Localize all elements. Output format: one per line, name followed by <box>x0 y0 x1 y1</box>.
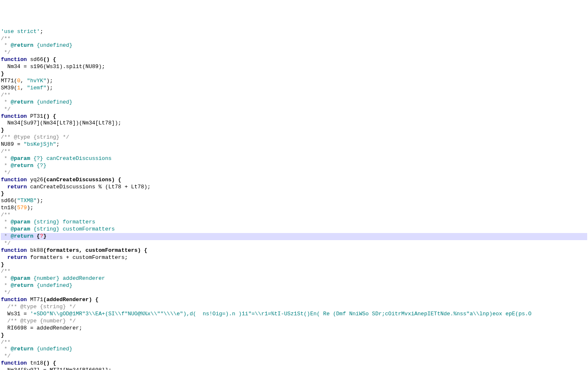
code-token: function <box>1 360 27 366</box>
code-line[interactable]: sd66("TXMB"); <box>1 198 587 205</box>
code-token: {?} <box>33 162 46 169</box>
code-token: canCreateDiscussions <box>43 155 111 162</box>
code-token: sd66 <box>27 56 43 63</box>
code-line[interactable]: /** <box>1 268 587 275</box>
code-line[interactable]: function yq26(canCreateDiscussions) { <box>1 177 587 184</box>
code-line[interactable]: /** @type {string} */ <box>1 134 587 141</box>
code-token: */ <box>1 240 10 246</box>
code-token: MT71 <box>27 297 43 303</box>
code-token: function <box>1 177 27 183</box>
code-token: '+SDO"N\\gOD@1MR"3\\EA+(SI\\f"NUO@%%x\\"… <box>30 311 531 317</box>
code-line[interactable]: } <box>1 261 587 269</box>
code-token: } <box>43 233 46 239</box>
code-line[interactable]: */ <box>1 170 587 177</box>
code-line[interactable]: Nm34 = s196(Ws31).split(NU89); <box>1 63 587 71</box>
code-line[interactable]: return canCreateDiscussions % (Lt78 + Lt… <box>1 184 587 191</box>
code-line[interactable]: } <box>1 332 587 339</box>
code-token: function <box>1 56 27 63</box>
code-line[interactable]: /** <box>1 92 587 99</box>
code-token: * <box>1 42 10 48</box>
code-line[interactable]: /** @type {string} */ <box>1 304 587 311</box>
code-line[interactable]: /** @type {number} */ <box>1 318 587 325</box>
code-line[interactable]: } <box>1 127 587 134</box>
code-token: "bsKejSjh" <box>24 141 56 147</box>
code-token <box>1 318 8 324</box>
code-token: ); <box>46 85 53 91</box>
code-token: @param <box>10 275 30 281</box>
code-line[interactable]: /** <box>1 212 587 219</box>
code-line[interactable]: function sd66() { <box>1 56 587 63</box>
code-line[interactable]: * @param {string} customFormatters <box>1 226 587 233</box>
code-line[interactable]: 'use strict'; <box>1 28 587 35</box>
code-token: /** <box>1 35 10 42</box>
code-token: 0 <box>17 78 20 84</box>
code-token <box>1 184 8 190</box>
code-line[interactable]: /** <box>1 35 587 43</box>
code-token: * <box>1 282 10 289</box>
code-line[interactable]: * @param {?} canCreateDiscussions <box>1 155 587 162</box>
code-token: Nm34[Su97] = MT71[Nm34[RI6698]]; <box>1 367 111 370</box>
code-line[interactable]: function MT71(addedRenderer) { <box>1 297 587 304</box>
code-line[interactable]: /** <box>1 148 587 155</box>
code-token: /** @type {string} */ <box>8 304 76 310</box>
code-token: { <box>33 233 40 239</box>
code-line[interactable]: */ <box>1 49 587 56</box>
code-line[interactable]: * @return {undefined} <box>1 99 587 106</box>
code-token: function <box>1 113 27 119</box>
code-line[interactable]: Ws31 = '+SDO"N\\gOD@1MR"3\\EA+(SI\\f"NUO… <box>1 311 587 318</box>
code-line[interactable]: */ <box>1 353 587 360</box>
code-token: {undefined} <box>33 99 73 105</box>
code-line[interactable]: */ <box>1 240 587 247</box>
code-token: function <box>1 247 27 253</box>
code-token: (canCreateDiscussions) { <box>43 177 121 183</box>
code-token: {?} <box>30 155 43 162</box>
code-token <box>1 304 8 310</box>
code-line[interactable]: } <box>1 71 587 78</box>
code-token: , <box>20 85 27 91</box>
code-token <box>1 254 8 261</box>
code-token: RI6698 = addedRenderer; <box>1 325 82 331</box>
code-token: /** @type {string} */ <box>1 134 69 140</box>
code-token: /** <box>1 92 10 98</box>
code-line[interactable]: MT71(0, "hvYK"); <box>1 78 587 85</box>
code-token: Ws31 = <box>1 311 30 317</box>
code-line[interactable]: * @return {undefined} <box>1 42 587 49</box>
code-line[interactable]: NU89 = "bsKejSjh"; <box>1 141 587 148</box>
code-token: * <box>1 226 10 232</box>
code-line[interactable]: Nm34[Su97](Nm34[Lt78])(Nm34[Lt78]); <box>1 120 587 127</box>
code-line[interactable]: return formatters + customFormatters; <box>1 254 587 261</box>
code-token: SM39( <box>1 85 17 91</box>
code-token: formatters <box>59 219 95 225</box>
code-line[interactable]: RI6698 = addedRenderer; <box>1 325 587 332</box>
code-line[interactable]: */ <box>1 106 587 113</box>
code-line[interactable]: * @param {number} addedRenderer <box>1 275 587 282</box>
code-token: bk88 <box>27 247 43 253</box>
code-line[interactable]: */ <box>1 289 587 297</box>
code-line[interactable]: * @return {undefined} <box>1 346 587 353</box>
code-token: @param <box>10 226 30 232</box>
code-line[interactable]: SM39(1, "iemf"); <box>1 85 587 92</box>
code-line[interactable]: tn18(579); <box>1 205 587 212</box>
code-token: tn18( <box>1 205 17 211</box>
code-token: NU89 = <box>1 141 24 147</box>
code-line[interactable]: function bk88(formatters, customFormatte… <box>1 247 587 254</box>
code-line[interactable]: function PT31() { <box>1 113 587 120</box>
code-token: 'use strict' <box>1 28 40 35</box>
code-token: () { <box>43 360 56 366</box>
code-token: * <box>1 99 10 105</box>
code-token: customFormatters <box>59 226 115 232</box>
code-line[interactable]: * @return {undefined} <box>1 282 587 289</box>
code-token: /** @type {number} */ <box>8 318 76 324</box>
code-line[interactable]: /** <box>1 339 587 346</box>
code-line[interactable]: * @param {string} formatters <box>1 219 587 226</box>
code-line[interactable]: } <box>1 190 587 198</box>
code-token: /** <box>1 212 10 218</box>
code-token: ); <box>46 78 53 84</box>
code-token: yq26 <box>27 177 43 183</box>
code-line[interactable]: function tn18() { <box>1 360 587 367</box>
code-line[interactable]: * @return {?} <box>1 162 587 170</box>
code-editor[interactable]: 'use strict';/** * @return {undefined} *… <box>0 28 588 370</box>
code-token: * <box>1 275 10 281</box>
code-line[interactable]: * @return {?} <box>1 233 587 240</box>
code-line[interactable]: Nm34[Su97] = MT71[Nm34[RI6698]]; <box>1 367 587 370</box>
